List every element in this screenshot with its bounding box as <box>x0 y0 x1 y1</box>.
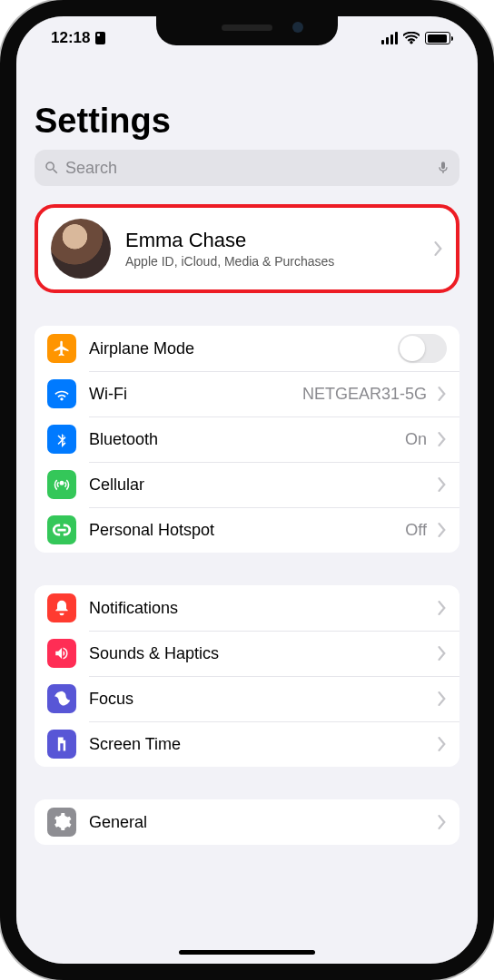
row-cellular[interactable]: Cellular <box>35 462 459 507</box>
profile-name: Emma Chase <box>125 229 430 252</box>
row-screen-time[interactable]: Screen Time <box>35 721 459 767</box>
row-label: General <box>89 813 434 832</box>
cellular-icon <box>47 470 76 499</box>
sim-icon <box>95 32 105 44</box>
settings-group-3: General <box>35 799 459 845</box>
search-icon <box>44 160 60 176</box>
settings-group-1: Airplane Mode Wi-Fi NETGEAR31-5G Bluetoo… <box>35 326 459 553</box>
chevron-right-icon <box>438 691 447 706</box>
cellular-signal-icon <box>381 32 399 44</box>
phone-frame: 12:18 Settings Search <box>0 0 494 980</box>
hotspot-icon <box>47 515 76 544</box>
row-label: Sounds & Haptics <box>89 644 434 663</box>
row-label: Airplane Mode <box>89 339 398 358</box>
airplane-icon <box>47 334 76 363</box>
chevron-right-icon <box>438 523 447 537</box>
general-icon <box>47 808 76 837</box>
chevron-right-icon <box>434 241 443 256</box>
search-placeholder: Search <box>65 159 436 178</box>
row-label: Screen Time <box>89 735 434 754</box>
notifications-icon <box>47 593 76 622</box>
airplane-toggle[interactable] <box>398 334 447 363</box>
row-label: Cellular <box>89 475 434 495</box>
chevron-right-icon <box>438 646 447 661</box>
row-label: Personal Hotspot <box>89 521 405 540</box>
screen: 12:18 Settings Search <box>16 16 478 964</box>
row-airplane-mode[interactable]: Airplane Mode <box>35 326 459 371</box>
row-wifi[interactable]: Wi-Fi NETGEAR31-5G <box>35 371 459 416</box>
apple-id-row[interactable]: Emma Chase Apple ID, iCloud, Media & Pur… <box>35 204 459 293</box>
focus-icon <box>47 684 76 713</box>
row-bluetooth[interactable]: Bluetooth On <box>35 416 459 462</box>
row-value: Off <box>405 521 427 540</box>
chevron-right-icon <box>438 815 447 829</box>
mic-icon[interactable] <box>436 159 450 177</box>
chevron-right-icon <box>438 737 447 751</box>
row-value: On <box>405 430 427 449</box>
row-focus[interactable]: Focus <box>35 676 459 721</box>
profile-subtitle: Apple ID, iCloud, Media & Purchases <box>125 254 430 269</box>
row-notifications[interactable]: Notifications <box>35 585 459 631</box>
sounds-icon <box>47 639 76 668</box>
home-indicator[interactable] <box>179 950 315 955</box>
status-time: 12:18 <box>51 29 90 47</box>
chevron-right-icon <box>438 387 447 401</box>
notch <box>156 15 338 45</box>
screen-time-icon <box>47 730 76 759</box>
wifi-row-icon <box>47 379 76 408</box>
battery-icon <box>425 32 450 44</box>
row-label: Bluetooth <box>89 430 405 449</box>
row-label: Wi-Fi <box>89 385 302 404</box>
row-label: Focus <box>89 690 434 709</box>
page-title: Settings <box>35 60 459 150</box>
wifi-icon <box>403 32 420 44</box>
row-general[interactable]: General <box>35 799 459 845</box>
bluetooth-icon <box>47 425 76 454</box>
avatar <box>51 219 111 279</box>
chevron-right-icon <box>438 477 447 492</box>
row-label: Notifications <box>89 599 434 618</box>
chevron-right-icon <box>438 432 447 446</box>
row-personal-hotspot[interactable]: Personal Hotspot Off <box>35 507 459 553</box>
settings-group-2: Notifications Sounds & Haptics Focus <box>35 585 459 767</box>
row-sounds-haptics[interactable]: Sounds & Haptics <box>35 631 459 676</box>
search-input[interactable]: Search <box>35 150 459 186</box>
chevron-right-icon <box>438 601 447 615</box>
row-value: NETGEAR31-5G <box>302 385 427 404</box>
